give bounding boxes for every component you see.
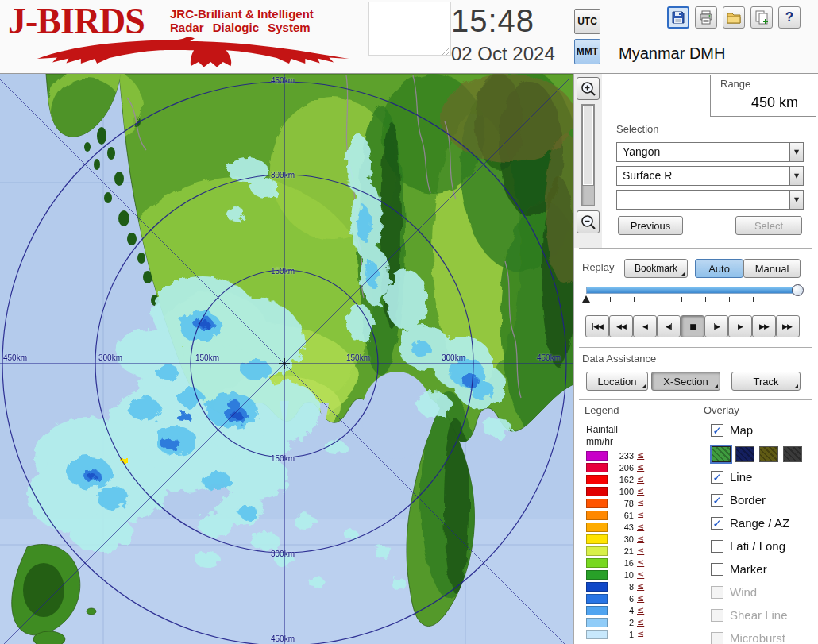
checkbox-marker[interactable] [711,563,723,576]
playback-button-3[interactable]: ◀| [657,315,681,337]
location-button[interactable]: Location [586,372,648,391]
legend-color-swatch [586,451,608,461]
playback-button-5[interactable]: |▶ [704,315,728,337]
legend-row: 10≤ [586,569,644,580]
legend-unit-line1: Rainfall [586,424,618,435]
legend-row: 162≤ [586,473,644,485]
track-button[interactable]: Track [731,372,801,391]
range-box: Range 450 km [710,75,816,117]
app-logo-subtitle: JRC-Brilliant & Intelligent Radar Dialog… [170,7,314,34]
playback-button-0[interactable]: |◀◀ [585,315,609,337]
replay-label: Replay [582,261,614,273]
legend-row: 8≤ [586,580,644,592]
divider [579,347,812,348]
bookmark-button[interactable]: Bookmark [624,259,688,278]
legend-row: 21≤ [586,545,644,557]
overlay-item-wind: Wind [711,585,816,599]
checkbox-map[interactable]: ✓ [711,424,723,437]
map-style-swatches [712,446,816,462]
legend-rows: 233≤206≤162≤100≤78≤61≤43≤30≤21≤16≤10≤8≤6… [586,449,644,640]
legend-row: 233≤ [586,449,644,461]
legend-value: 4 [613,606,634,615]
playback-button-8[interactable]: ▶▶| [776,315,800,337]
save-button[interactable] [667,6,689,29]
x-section-button[interactable]: X-Section [651,372,720,391]
chevron-down-icon[interactable]: ▼ [789,191,803,209]
divider [579,399,812,400]
legend-row: 1≤ [586,628,644,640]
auto-button[interactable]: Auto [695,259,743,278]
timezone-utc-button[interactable]: UTC [574,9,600,34]
replay-start-marker-icon [582,295,590,303]
legend-color-swatch [586,618,608,627]
overlay-item-line[interactable]: ✓Line [711,470,816,484]
playback-button-2[interactable]: ◀ [633,315,657,337]
manual-button[interactable]: Manual [743,259,801,278]
data-assistance-label: Data Assistance [582,353,656,364]
header-bar: J-BIRDS JRC-Brilliant & Intelligent Rada… [0,0,818,74]
playback-button-6[interactable]: ▶ [728,315,752,337]
replay-slider-handle[interactable] [792,284,804,296]
checkbox-line[interactable]: ✓ [711,471,723,484]
overlay-item-border[interactable]: ✓Border [711,493,816,507]
zoom-scrollbar-thumb[interactable] [582,105,594,186]
replay-slider[interactable] [586,287,802,294]
divider [579,248,812,249]
site-dropdown-value: Yangon [617,143,803,161]
legend-row: 30≤ [586,533,644,545]
legend-color-swatch [586,475,608,484]
legend-unit-line2: mm/hr [586,436,613,447]
legend-row: 2≤ [586,616,644,628]
map-style-swatch-0[interactable] [712,446,731,462]
map-style-swatch-1[interactable] [735,446,754,462]
open-button[interactable] [723,6,745,29]
option-dropdown[interactable]: ▼ [616,190,804,210]
chevron-down-icon[interactable]: ▼ [789,143,803,161]
legend-value: 233 [613,451,634,461]
checkbox-wind [711,586,723,599]
map-style-swatch-3[interactable] [783,446,802,462]
legend-color-swatch [586,523,608,532]
chevron-down-icon[interactable]: ▼ [789,167,803,185]
overlay-item-lati-long[interactable]: Lati / Long [711,539,816,553]
help-icon: ? [785,10,793,25]
legend-color-swatch [586,511,608,520]
help-button[interactable]: ? [778,6,801,29]
checkbox-range-az[interactable]: ✓ [711,517,723,530]
overlay-item-range-az[interactable]: ✓Range / AZ [711,516,816,530]
logo-subtitle-line2: Radar Dialogic System [170,21,314,34]
radar-map-canvas[interactable] [0,74,573,644]
print-button[interactable] [695,6,717,29]
map-style-swatch-2[interactable] [759,446,778,462]
legend-value: 2 [613,618,634,627]
radar-map-area[interactable]: 450km300km150km150km300km450km450km300km… [0,74,573,644]
zoom-scrollbar-track[interactable] [581,104,595,206]
panel-resize-grip [438,44,452,58]
timezone-mmt-button[interactable]: MMT [574,39,600,64]
legend-lte-symbol: ≤ [637,617,644,627]
select-button: Select [735,216,802,235]
map-zoom-strip [574,74,602,248]
legend-color-swatch [586,606,608,615]
playback-button-4[interactable]: ■ [681,315,704,337]
previous-button[interactable]: Previous [618,216,683,235]
app-window: J-BIRDS JRC-Brilliant & Intelligent Rada… [0,0,818,644]
overlay-item-marker[interactable]: Marker [711,562,816,576]
zoom-out-button[interactable] [577,210,600,233]
overlay-label-shear-line: Shear Line [730,608,788,622]
site-dropdown[interactable]: Yangon ▼ [616,142,804,162]
playback-button-1[interactable]: ◀◀ [609,315,633,337]
overlay-item-map[interactable]: ✓Map [711,423,816,437]
replay-slider-ticks [586,297,802,302]
product-dropdown[interactable]: Surface R ▼ [616,166,804,186]
checkbox-lati-long[interactable] [711,540,723,553]
legend-row: 100≤ [586,485,644,497]
playback-button-7[interactable]: ▶▶ [752,315,776,337]
zoom-in-button[interactable] [577,77,600,100]
checkbox-border[interactable]: ✓ [711,494,723,507]
folder-icon [726,10,742,25]
legend-color-swatch [586,546,608,556]
legend-lte-symbol: ≤ [637,546,644,556]
export-button[interactable] [750,6,773,29]
station-title: Myanmar DMH [619,44,725,63]
